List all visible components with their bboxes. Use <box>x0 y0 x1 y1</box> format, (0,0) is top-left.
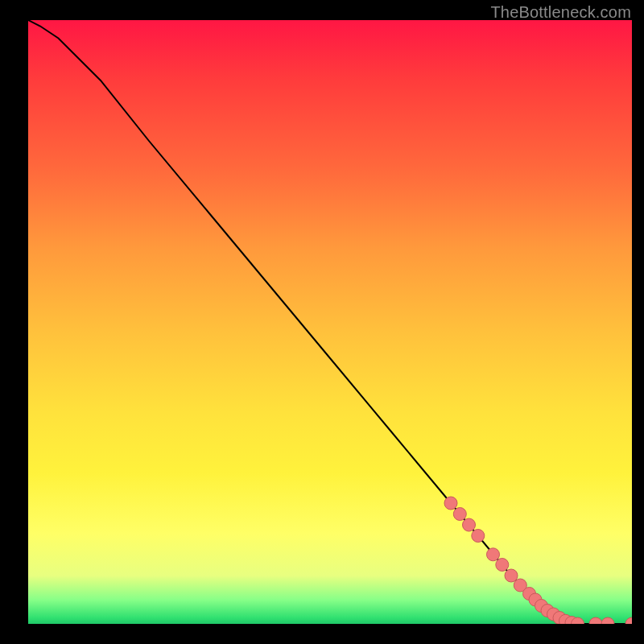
data-marker <box>496 559 509 572</box>
data-marker <box>453 508 466 521</box>
data-marker <box>444 497 457 510</box>
data-marker <box>625 617 632 624</box>
marker-group <box>444 497 632 624</box>
plot-area <box>28 20 632 624</box>
chart-svg <box>28 20 632 624</box>
data-marker <box>463 518 476 531</box>
data-marker <box>472 530 485 543</box>
watermark-text: TheBottleneck.com <box>490 3 631 22</box>
data-marker <box>505 569 518 582</box>
data-marker <box>487 548 500 561</box>
chart-frame: TheBottleneck.com <box>0 0 644 644</box>
data-marker <box>589 617 602 624</box>
data-marker <box>601 617 614 624</box>
bottleneck-curve <box>28 20 632 624</box>
